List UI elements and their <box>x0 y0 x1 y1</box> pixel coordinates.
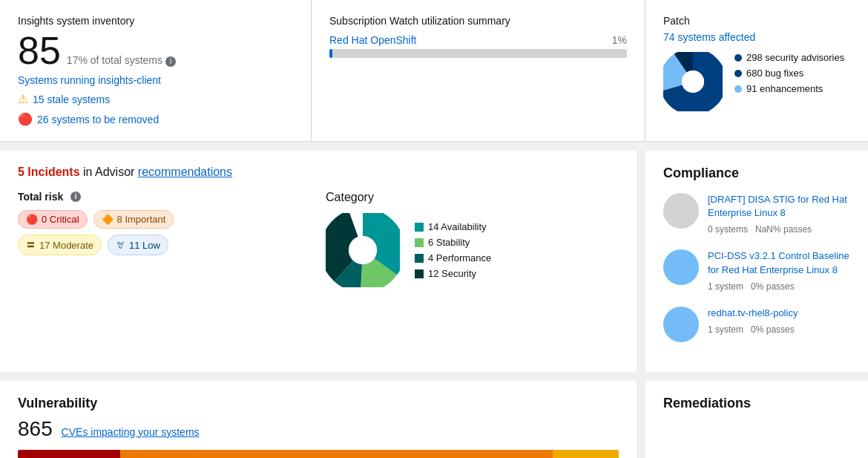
legend-item-2: 91 enhancements <box>734 83 844 94</box>
compliance-meta-1: 1 system 0% passes <box>708 281 795 292</box>
vuln-count: 865 <box>18 417 53 440</box>
compliance-info-1: PCI-DSS v3.2.1 Control Baseline for Red … <box>708 249 850 291</box>
cvss-bar <box>18 450 619 458</box>
policy-link-0[interactable]: [DRAFT] DISA STIG for Red Hat Enterprise… <box>708 193 850 220</box>
patch-legend: 298 security advisories 680 bug fixes 91… <box>734 52 844 94</box>
inventory-title: Insights system inventory <box>18 15 293 27</box>
policy-link-1[interactable]: PCI-DSS v3.2.1 Control Baseline for Red … <box>708 249 850 276</box>
category-legend: 14 Availability 6 Stability 4 Performanc… <box>415 221 491 279</box>
dashboard: Insights system inventory 85 17% of tota… <box>0 0 868 458</box>
policy-link-2[interactable]: redhat.tv-rhel8-policy <box>708 307 798 320</box>
compliance-title: Compliance <box>663 166 850 181</box>
compliance-info-0: [DRAFT] DISA STIG for Red Hat Enterprise… <box>708 193 850 235</box>
inventory-number-row: 85 17% of total systems i <box>18 31 293 70</box>
incidents-count: 5 Incidents <box>18 166 80 178</box>
product-name[interactable]: Red Hat OpenShift <box>329 34 417 46</box>
category-column: Category <box>326 191 619 287</box>
risk-column: Total risk i 🔴 0 Critical 🔶 8 Important <box>18 191 311 287</box>
cvss-seg-red <box>18 450 120 458</box>
compliance-panel: Compliance [DRAFT] DISA STIG for Red Hat… <box>645 151 868 372</box>
category-pie-chart <box>326 213 400 287</box>
incidents-header: 5 Incidents in Advisor recommendations <box>18 166 619 179</box>
incidents-in: in Advisor <box>83 166 138 178</box>
compliance-avatar-2 <box>663 307 699 342</box>
error-icon: 🔴 <box>18 112 33 126</box>
remove-link[interactable]: 26 systems to be removed <box>37 114 159 125</box>
subscription-card: Subscription Watch utilization summary R… <box>312 0 645 141</box>
vuln-count-row: 865 CVEs impacting your systems <box>18 417 619 441</box>
legend-item-0: 298 security advisories <box>734 52 844 63</box>
cat-legend-0: 14 Availability <box>415 221 491 232</box>
info-icon[interactable]: i <box>165 56 176 67</box>
vuln-title: Vulnerability <box>18 396 619 411</box>
cat-dot-1 <box>415 238 424 247</box>
compliance-item-0: [DRAFT] DISA STIG for Red Hat Enterprise… <box>663 193 850 235</box>
cat-dot-0 <box>415 223 424 232</box>
bottom-section: Vulnerability 865 CVEs impacting your sy… <box>0 381 868 458</box>
category-title: Category <box>326 191 619 204</box>
running-link[interactable]: Systems running insights-client <box>18 74 293 86</box>
top-section: Insights system inventory 85 17% of tota… <box>0 0 868 142</box>
cat-legend-1: 6 Stability <box>415 237 491 248</box>
badge-important[interactable]: 🔶 8 Important <box>93 210 174 229</box>
vuln-link[interactable]: CVEs impacting your systems <box>62 426 200 438</box>
legend-label-1: 680 bug fixes <box>746 68 803 79</box>
inventory-big-number: 85 <box>18 31 61 70</box>
compliance-item-2: redhat.tv-rhel8-policy 1 system 0% passe… <box>663 307 850 342</box>
cat-legend-2: 4 Performance <box>415 252 491 264</box>
inventory-card: Insights system inventory 85 17% of tota… <box>0 0 312 141</box>
middle-section: 5 Incidents in Advisor recommendations T… <box>0 151 868 372</box>
cat-legend-3: 12 Security <box>415 268 491 279</box>
badge-moderate[interactable]: 〓 17 Moderate <box>18 235 102 255</box>
legend-item-1: 680 bug fixes <box>734 68 844 79</box>
low-icon: ⩔ <box>116 240 125 251</box>
cvss-seg-orange <box>120 450 553 458</box>
subscription-progress-row: Red Hat OpenShift 1% <box>329 34 627 58</box>
patch-card: Patch 74 systems affected 298 security <box>645 0 868 141</box>
risk-badges: 🔴 0 Critical 🔶 8 Important <box>18 210 311 229</box>
advisor-main: Total risk i 🔴 0 Critical 🔶 8 Important <box>18 191 619 287</box>
svg-point-3 <box>682 71 704 93</box>
progress-bar-bg <box>329 49 627 58</box>
svg-point-8 <box>349 236 377 264</box>
remediations-panel: Remediations <box>645 381 868 458</box>
stale-link[interactable]: 15 stale systems <box>33 94 110 105</box>
patch-pie-chart <box>663 52 723 111</box>
progress-bar-fill <box>329 49 332 58</box>
incidents-link[interactable]: recommendations <box>138 166 232 178</box>
remediations-title: Remediations <box>663 396 850 411</box>
compliance-meta-0: 0 systems NaN% passes <box>708 224 812 235</box>
advisor-panel: 5 Incidents in Advisor recommendations T… <box>0 151 637 372</box>
legend-label-2: 91 enhancements <box>746 83 823 94</box>
subscription-label: Red Hat OpenShift 1% <box>329 34 627 46</box>
cvss-seg-yellow <box>553 450 619 458</box>
compliance-info-2: redhat.tv-rhel8-policy 1 system 0% passe… <box>708 307 798 335</box>
patch-affected-link[interactable]: 74 systems affected <box>663 31 850 43</box>
category-content: 14 Availability 6 Stability 4 Performanc… <box>326 213 619 287</box>
risk-badges-2: 〓 17 Moderate ⩔ 11 Low <box>18 235 311 255</box>
cat-dot-3 <box>415 269 424 278</box>
important-icon: 🔶 <box>102 214 114 225</box>
patch-title: Patch <box>663 15 850 27</box>
badge-critical[interactable]: 🔴 0 Critical <box>18 210 88 229</box>
remove-alert-row: 🔴 26 systems to be removed <box>18 112 293 126</box>
patch-content: 298 security advisories 680 bug fixes 91… <box>663 52 850 111</box>
stale-alert-row: ⚠ 15 stale systems <box>18 92 293 106</box>
warn-icon: ⚠ <box>18 92 28 106</box>
compliance-item-1: PCI-DSS v3.2.1 Control Baseline for Red … <box>663 249 850 291</box>
critical-icon: 🔴 <box>26 214 38 225</box>
compliance-avatar-1 <box>663 249 699 285</box>
vulnerability-panel: Vulnerability 865 CVEs impacting your sy… <box>0 381 637 458</box>
risk-info-icon[interactable]: i <box>70 192 81 202</box>
legend-dot-1 <box>734 70 742 77</box>
subscription-pct: 1% <box>612 34 627 46</box>
risk-title: Total risk i <box>18 191 311 203</box>
inventory-pct-label: 17% of total systems <box>67 54 162 66</box>
cat-dot-2 <box>415 254 424 263</box>
legend-dot-0 <box>734 54 742 62</box>
legend-dot-2 <box>734 85 742 93</box>
compliance-meta-2: 1 system 0% passes <box>708 324 795 335</box>
compliance-avatar-0 <box>663 193 699 229</box>
legend-label-0: 298 security advisories <box>746 52 844 63</box>
badge-low[interactable]: ⩔ 11 Low <box>108 235 168 255</box>
